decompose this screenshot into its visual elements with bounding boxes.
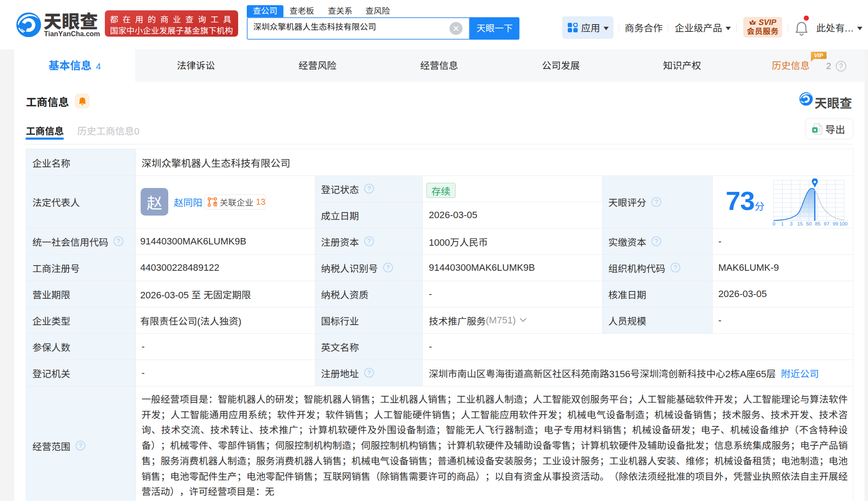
svg-text:97: 97 [824, 221, 830, 226]
svg-text:?: ? [116, 238, 120, 244]
svg-text:?: ? [839, 63, 843, 70]
svg-text:?: ? [367, 369, 371, 376]
svg-text:?: ? [654, 198, 658, 205]
svg-text:0: 0 [773, 221, 775, 226]
svg-text:3: 3 [790, 221, 793, 226]
svg-text:VIP: VIP [814, 52, 823, 59]
svg-text:?: ? [367, 185, 371, 192]
svg-text:?: ? [79, 442, 82, 449]
svg-text:15: 15 [797, 221, 803, 226]
svg-text:99: 99 [833, 221, 838, 226]
svg-text:?: ? [386, 264, 390, 271]
svg-text:50: 50 [806, 221, 812, 226]
svg-text:?: ? [367, 238, 371, 244]
svg-text:100: 100 [839, 221, 847, 226]
svg-text:?: ? [673, 264, 677, 271]
svg-text:85: 85 [815, 221, 821, 226]
svg-text:?: ? [654, 238, 658, 244]
svg-text:1: 1 [781, 221, 783, 226]
